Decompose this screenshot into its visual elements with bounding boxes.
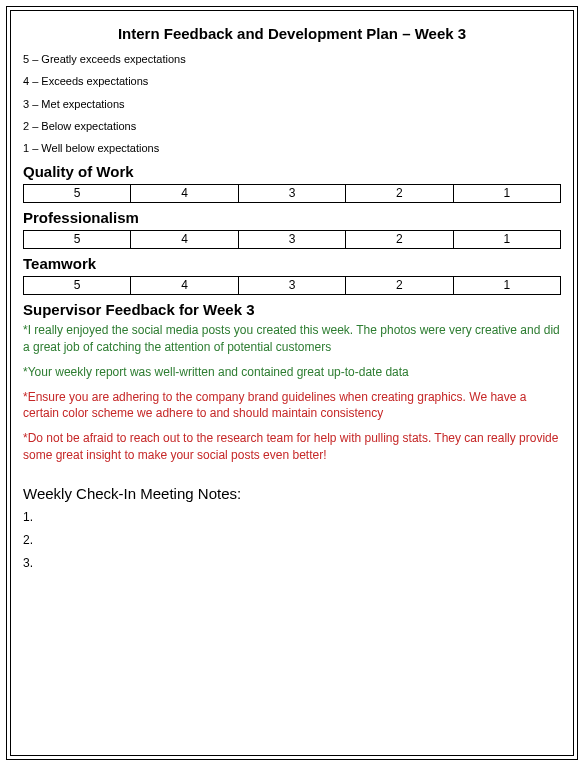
page-title: Intern Feedback and Development Plan – W… — [23, 25, 561, 42]
rating-cell[interactable]: 4 — [131, 231, 238, 249]
page: Intern Feedback and Development Plan – W… — [0, 0, 584, 766]
rating-cell[interactable]: 2 — [346, 185, 453, 203]
rating-cell[interactable]: 1 — [453, 277, 560, 295]
rating-cell[interactable]: 3 — [238, 277, 345, 295]
legend-item: 5 – Greatly exceeds expectations — [23, 52, 561, 66]
legend-item: 4 – Exceeds expectations — [23, 74, 561, 88]
notes-heading: Weekly Check-In Meeting Notes: — [23, 485, 561, 502]
frame-inner: Intern Feedback and Development Plan – W… — [10, 10, 574, 756]
notes-item: 2. — [23, 533, 561, 547]
legend-item: 1 – Well below expectations — [23, 141, 561, 155]
rating-cell[interactable]: 2 — [346, 231, 453, 249]
rating-cell[interactable]: 3 — [238, 185, 345, 203]
rating-legend: 5 – Greatly exceeds expectations 4 – Exc… — [23, 52, 561, 155]
rating-cell[interactable]: 4 — [131, 185, 238, 203]
rating-table-teamwork: 5 4 3 2 1 — [23, 276, 561, 295]
rating-cell[interactable]: 4 — [131, 277, 238, 295]
feedback-item-improve: *Ensure you are adhering to the company … — [23, 389, 561, 421]
section-heading-quality: Quality of Work — [23, 163, 561, 180]
rating-cell[interactable]: 5 — [24, 277, 131, 295]
rating-cell[interactable]: 5 — [24, 231, 131, 249]
rating-table-quality: 5 4 3 2 1 — [23, 184, 561, 203]
section-heading-teamwork: Teamwork — [23, 255, 561, 272]
rating-cell[interactable]: 1 — [453, 185, 560, 203]
legend-item: 3 – Met expectations — [23, 97, 561, 111]
notes-item: 3. — [23, 556, 561, 570]
feedback-item-positive: *Your weekly report was well-written and… — [23, 364, 561, 380]
rating-cell[interactable]: 1 — [453, 231, 560, 249]
section-heading-professionalism: Professionalism — [23, 209, 561, 226]
feedback-item-improve: *Do not be afraid to reach out to the re… — [23, 430, 561, 462]
rating-cell[interactable]: 3 — [238, 231, 345, 249]
feedback-item-positive: *I really enjoyed the social media posts… — [23, 322, 561, 354]
rating-cell[interactable]: 2 — [346, 277, 453, 295]
notes-list: 1. 2. 3. — [23, 510, 561, 570]
feedback-block: *I really enjoyed the social media posts… — [23, 322, 561, 462]
feedback-heading: Supervisor Feedback for Week 3 — [23, 301, 561, 318]
rating-table-professionalism: 5 4 3 2 1 — [23, 230, 561, 249]
notes-item: 1. — [23, 510, 561, 524]
rating-cell[interactable]: 5 — [24, 185, 131, 203]
legend-item: 2 – Below expectations — [23, 119, 561, 133]
